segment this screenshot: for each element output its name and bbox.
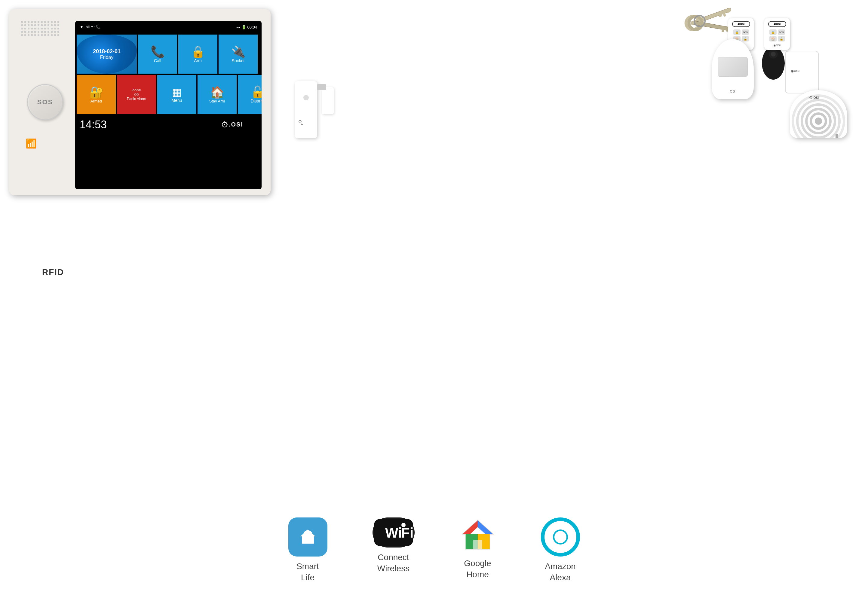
siren-cable	[836, 134, 838, 138]
svg-line-3	[226, 122, 227, 123]
tile-menu[interactable]: ▦ Menu	[157, 75, 196, 114]
pir-lens	[718, 57, 748, 76]
remote2-brand-badge: ◉OSI	[768, 21, 786, 27]
screen-clock: 14:53	[79, 118, 107, 131]
menu-label: Menu	[171, 98, 182, 103]
remote2-osi-text: ◉OSI	[773, 44, 781, 47]
tile-arm[interactable]: 🔒 Arm	[178, 35, 217, 74]
alarm-panel: SOS RFID 📶 ▼ .all 〜 📞 ⊶ 🔋 00:04 2018-02-…	[9, 9, 270, 195]
armed-icon: 🔐	[89, 85, 104, 99]
svg-text:.OSI: .OSI	[813, 96, 819, 99]
speaker-grille	[18, 18, 66, 45]
wifi-app: Wi Fi Connect Wireless	[373, 517, 415, 574]
svg-point-37	[401, 523, 406, 527]
remote2-brand-label: ◉OSI	[773, 23, 781, 26]
remote2-buttons: 🔒 SOS 🏠 🔓	[769, 29, 785, 41]
sos-button[interactable]: SOS	[27, 84, 63, 120]
svg-marker-40	[478, 520, 493, 534]
tile-date[interactable]: 2018-02-01 Friday	[77, 35, 137, 74]
rfid-waves-icon: 📶	[26, 138, 37, 149]
remote1-btn-lock[interactable]: 🔒	[733, 29, 741, 35]
tile-socket[interactable]: 🔌 Socket	[219, 35, 258, 74]
arm-label: Arm	[194, 58, 202, 63]
svg-point-30	[815, 117, 822, 125]
svg-marker-39	[463, 520, 478, 534]
screen-tiles: 2018-02-01 Friday 📞 Call 🔒 Arm 🔌	[75, 33, 261, 115]
disarm-icon: 🔓	[251, 85, 262, 99]
tile-disarm[interactable]: 🔓 Disarm	[238, 75, 261, 114]
disarm-label: Disarm	[251, 99, 261, 104]
remote2-btn-unlock[interactable]: 🔓	[778, 36, 785, 41]
siren-brand-label: .OSI	[809, 95, 827, 102]
stay-arm-label: Stay Arm	[209, 99, 225, 104]
svg-text:.OSI: .OSI	[300, 123, 303, 125]
pir-brand-label: .OSI	[729, 90, 737, 93]
door-sensor-magnet	[322, 87, 334, 114]
door-sensor-brand-label: .OSI	[298, 119, 313, 125]
svg-text:Wi: Wi	[385, 525, 402, 541]
bottom-apps-section: Smart Life Wi Fi Connect Wireless	[0, 517, 868, 583]
touch-screen[interactable]: ▼ .all 〜 📞 ⊶ 🔋 00:04 2018-02-01 Friday 📞	[75, 21, 261, 189]
arm-icon: 🔒	[191, 45, 205, 58]
svg-point-32	[811, 98, 811, 98]
google-home-app: Google Home	[460, 517, 496, 580]
stay-arm-icon: 🏠	[210, 85, 224, 99]
wifi-icon: Wi Fi	[373, 517, 415, 548]
door-sensor-bracket	[317, 84, 326, 90]
remote1-brand-badge: ◉OSI	[732, 21, 750, 27]
alexa-inner-circle	[553, 529, 568, 545]
svg-rect-43	[473, 540, 482, 549]
alexa-label: Amazon Alexa	[545, 561, 576, 583]
remote-2: ◉OSI 🔒 SOS 🏠 🔓 ◉OSI	[764, 18, 790, 50]
pir-sensor: .OSI	[712, 39, 754, 99]
svg-text:.OSI: .OSI	[229, 121, 243, 128]
siren: .OSI	[790, 90, 847, 138]
door-sensor: .OSI	[295, 81, 317, 138]
smart-life-label: Smart Life	[296, 561, 319, 583]
zone-number: Zone00	[132, 88, 141, 97]
call-label: Call	[154, 58, 161, 63]
day-value: Friday	[93, 55, 121, 60]
amazon-alexa-app: Amazon Alexa	[541, 517, 580, 583]
remote1-brand-label: ◉OSI	[738, 23, 745, 26]
date-value: 2018-02-01	[93, 48, 121, 55]
rfid-label: RFID	[42, 267, 64, 277]
tile-armed[interactable]: 🔐 Armed	[77, 75, 116, 114]
smart-life-icon	[288, 517, 327, 557]
alexa-icon	[541, 517, 580, 557]
tile-call[interactable]: 📞 Call	[138, 35, 177, 74]
google-home-label: Google Home	[464, 558, 491, 580]
svg-point-1	[224, 124, 225, 125]
panic-label: Panic Alarm	[127, 97, 146, 101]
google-home-icon	[460, 517, 496, 554]
call-icon: 📞	[151, 45, 165, 58]
smart-life-app: Smart Life	[288, 517, 327, 583]
screen-bottom-bar: 14:53 .OSI	[75, 115, 261, 134]
remote2-btn-home[interactable]: 🏠	[769, 36, 776, 41]
wifi-label: Connect Wireless	[377, 552, 410, 574]
socket-icon: 🔌	[231, 45, 245, 58]
svg-text:Fi: Fi	[401, 525, 413, 541]
door-sensor-led	[303, 95, 309, 101]
remote2-btn-lock[interactable]: 🔒	[769, 29, 776, 35]
tile-panic[interactable]: Zone00 Panic Alarm	[117, 75, 156, 114]
google-home-svg	[460, 517, 496, 554]
socket-label: Socket	[232, 58, 245, 63]
battery-status: ⊶ 🔋 00:04	[236, 25, 257, 29]
svg-point-23	[300, 121, 300, 122]
signal-icon: ▼ .all 〜 📞	[79, 24, 101, 30]
screen-brand: .OSI	[221, 120, 257, 129]
sos-label: SOS	[37, 98, 53, 106]
screen-status-bar: ▼ .all 〜 📞 ⊶ 🔋 00:04	[75, 21, 261, 33]
smart-life-svg	[296, 525, 320, 549]
remote2-btn-sos[interactable]: SOS	[778, 29, 785, 35]
armed-label: Armed	[90, 99, 102, 104]
menu-icon: ▦	[172, 86, 182, 98]
tile-stay-arm[interactable]: 🏠 Stay Arm	[197, 75, 237, 114]
remote1-btn-sos[interactable]: SOS	[742, 29, 749, 35]
